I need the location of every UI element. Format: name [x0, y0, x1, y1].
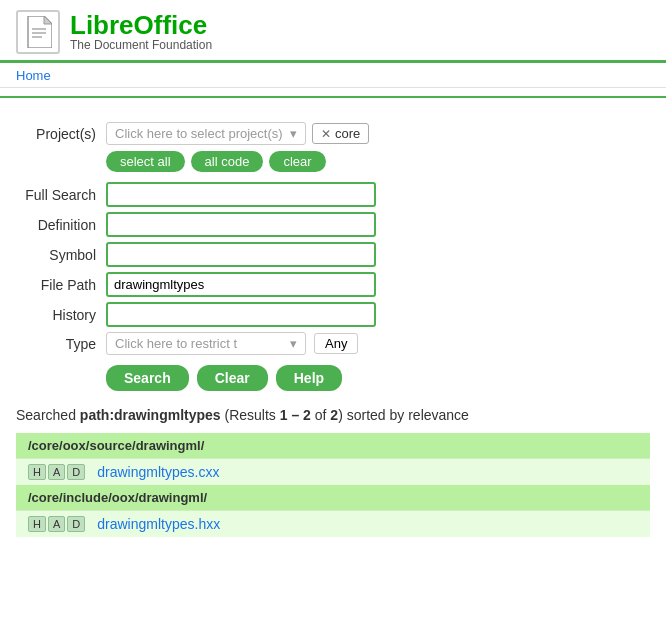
file-path-label: File Path [16, 277, 106, 293]
full-search-row: Full Search [16, 182, 650, 207]
logo-brand: LibreOffice [70, 12, 212, 38]
file-path-row: File Path [16, 272, 650, 297]
project-dropdown[interactable]: Click here to select project(s) ▾ [106, 122, 306, 145]
project-selector: Click here to select project(s) ▾ ✕ core [106, 122, 369, 145]
results-suffix: ) sorted by relevance [338, 407, 469, 423]
result-badges: HAD [28, 516, 85, 532]
result-badges: HAD [28, 464, 85, 480]
result-file-link[interactable]: drawingmltypes.cxx [97, 464, 219, 480]
results-range: 1 – 2 [280, 407, 311, 423]
symbol-label: Symbol [16, 247, 106, 263]
nav-home[interactable]: Home [16, 68, 51, 83]
header-divider [0, 96, 666, 98]
logo-brand-office: Office [134, 10, 208, 40]
result-folder: /core/oox/source/drawingml/ [16, 433, 650, 458]
history-row: History [16, 302, 650, 327]
logo-brand-libre: Libre [70, 10, 134, 40]
full-search-label: Full Search [16, 187, 106, 203]
definition-input[interactable] [106, 212, 376, 237]
logo-icon [16, 10, 60, 54]
history-input[interactable] [106, 302, 376, 327]
type-dropdown[interactable]: Click here to restrict t ▾ [106, 332, 306, 355]
project-label: Project(s) [16, 126, 106, 142]
file-badge: D [67, 464, 85, 480]
history-label: History [16, 307, 106, 323]
select-all-button[interactable]: select all [106, 151, 185, 172]
full-search-input[interactable] [106, 182, 376, 207]
file-badge: A [48, 516, 65, 532]
file-path-input[interactable] [106, 272, 376, 297]
results-list: /core/oox/source/drawingml/HADdrawingmlt… [16, 433, 650, 537]
results-of: of [311, 407, 330, 423]
results-summary: Searched path:drawingmltypes (Results 1 … [16, 407, 650, 423]
project-tag-remove[interactable]: ✕ [321, 127, 331, 141]
file-badge: A [48, 464, 65, 480]
results-prefix: Searched [16, 407, 80, 423]
clear-button[interactable]: Clear [197, 365, 268, 391]
logo-subtitle: The Document Foundation [70, 38, 212, 52]
main-content: Project(s) Click here to select project(… [0, 106, 666, 553]
type-row: Type Click here to restrict t ▾ Any [16, 332, 650, 355]
result-folder: /core/include/oox/drawingml/ [16, 485, 650, 510]
project-tag-label: core [335, 126, 360, 141]
type-label: Type [16, 336, 106, 352]
svg-marker-1 [44, 16, 52, 24]
action-button-row: Search Clear Help [106, 365, 650, 391]
any-button[interactable]: Any [314, 333, 358, 354]
type-dropdown-text: Click here to restrict t [115, 336, 237, 351]
chevron-down-icon: ▾ [290, 126, 297, 141]
clear-project-button[interactable]: clear [269, 151, 325, 172]
header: LibreOffice The Document Foundation [0, 0, 666, 63]
file-badge: D [67, 516, 85, 532]
help-button[interactable]: Help [276, 365, 342, 391]
definition-label: Definition [16, 217, 106, 233]
results-middle: (Results [221, 407, 280, 423]
chevron-down-icon: ▾ [290, 336, 297, 351]
all-code-button[interactable]: all code [191, 151, 264, 172]
logo-text: LibreOffice The Document Foundation [70, 12, 212, 52]
result-file-row: HADdrawingmltypes.cxx [16, 458, 650, 485]
file-badge: H [28, 464, 46, 480]
project-button-row: select all all code clear [106, 151, 650, 172]
result-file-row: HADdrawingmltypes.hxx [16, 510, 650, 537]
file-badge: H [28, 516, 46, 532]
result-file-link[interactable]: drawingmltypes.hxx [97, 516, 220, 532]
navigation: Home [0, 63, 666, 88]
project-dropdown-text: Click here to select project(s) [115, 126, 283, 141]
results-total: 2 [330, 407, 338, 423]
definition-row: Definition [16, 212, 650, 237]
results-query: path:drawingmltypes [80, 407, 221, 423]
symbol-row: Symbol [16, 242, 650, 267]
project-tag-core: ✕ core [312, 123, 369, 144]
project-row: Project(s) Click here to select project(… [16, 122, 650, 145]
symbol-input[interactable] [106, 242, 376, 267]
search-button[interactable]: Search [106, 365, 189, 391]
